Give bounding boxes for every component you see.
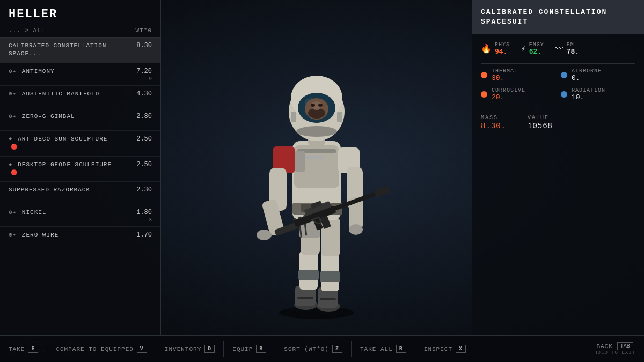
phys-label: PHYS: [495, 42, 510, 48]
stolen-badge: 🔴: [11, 169, 18, 177]
item-name: ⚙✦ ZERO-G GIMBAL: [9, 113, 75, 121]
item-weight: 2.50: [136, 135, 152, 143]
item-name: ⚙✦ ANTIMONY: [9, 68, 55, 76]
action-label: TAKE ALL: [360, 346, 393, 352]
mass-label: MASS: [481, 115, 506, 121]
item-count: 9: [148, 76, 152, 82]
action-key: E: [28, 345, 38, 353]
item-name: SUPPRESSED RAZORBACK: [9, 186, 90, 194]
action-key: X: [456, 345, 466, 353]
breadcrumb-path: ... > ALL: [9, 27, 45, 34]
list-item[interactable]: ⚙✦ ANTIMONY 7.20 9: [0, 63, 160, 86]
action-item[interactable]: INVENTORY D: [156, 336, 223, 362]
right-panel: CALIBRATED CONSTELLATION SPACESUIT 🔥 PHY…: [472, 0, 644, 335]
list-item[interactable]: ⚙✦ NICKEL 1.80 3: [0, 204, 160, 227]
npc-name: HELLER: [0, 0, 160, 25]
item-weight: 1.70: [136, 231, 152, 239]
list-item[interactable]: CALIBRATED CONSTELLATION SPACE... 8.30: [0, 38, 160, 63]
list-item[interactable]: ● DESKTOP GEODE SCULPTURE🔴 2.50: [0, 157, 160, 182]
back-button[interactable]: BACK TAB HOLD TO EXIT: [586, 336, 644, 362]
corrosive-cell: CORROSIVE 20.: [481, 87, 555, 101]
thermal-cell: THERMAL 30.: [481, 68, 555, 82]
action-label: INSPECT: [424, 346, 452, 352]
back-label: BACK: [596, 343, 612, 350]
item-weight: 7.20: [136, 68, 152, 75]
action-key: B: [256, 345, 266, 353]
action-key: R: [396, 345, 406, 353]
action-label: EQUIP: [232, 346, 253, 352]
item-title: CALIBRATED CONSTELLATION SPACESUIT: [481, 8, 635, 27]
airborne-dot: [561, 72, 567, 78]
left-panel: HELLER ... > ALL WT*0 CALIBRATED CONSTEL…: [0, 0, 161, 362]
item-icon: ⚙✦: [9, 209, 21, 216]
action-label: TAKE: [9, 346, 25, 352]
action-item[interactable]: COMPARE TO EQUIPPED V: [47, 336, 155, 362]
svg-rect-56: [337, 112, 342, 122]
item-icon: ⚙✦: [9, 113, 21, 120]
list-item[interactable]: ⚙✦ ZERO-G GIMBAL 2.80: [0, 108, 160, 131]
radiation-value: 10.: [572, 93, 605, 101]
item-weight: 4.30: [136, 90, 152, 98]
value-section: VALUE 10568: [528, 115, 553, 130]
corrosive-value: 20.: [492, 93, 525, 101]
weight-header: WT*0: [136, 27, 152, 34]
svg-point-52: [311, 104, 315, 107]
radiation-label: RADIATION: [572, 87, 605, 93]
action-item[interactable]: TAKE ALL R: [352, 336, 415, 362]
svg-point-26: [257, 230, 272, 240]
item-icon: ⚙✦: [9, 91, 21, 97]
mass-value: 8.30.: [481, 122, 506, 130]
thermal-value: 30.: [492, 74, 518, 82]
svg-rect-33: [374, 185, 391, 197]
list-item[interactable]: SUPPRESSED RAZORBACK 2.30: [0, 182, 160, 204]
radiation-dot: [561, 91, 567, 98]
svg-point-0: [279, 306, 354, 319]
item-icon: ⚙✦: [9, 68, 21, 75]
action-label: COMPARE TO EQUIPPED: [56, 346, 133, 352]
em-label: EM: [567, 42, 579, 48]
list-item[interactable]: ⚙✦ ZERO WIRE 1.70: [0, 227, 160, 249]
item-name: CALIBRATED CONSTELLATION SPACE...: [9, 42, 116, 58]
airborne-cell: AIRBORNE 0.: [561, 68, 635, 82]
item-weight: 2.30: [136, 186, 152, 194]
breadcrumb-row: ... > ALL WT*0: [0, 25, 160, 38]
item-name: ● ART DECO SUN SCULPTURE🔴: [9, 135, 116, 152]
radiation-cell: RADIATION 10.: [561, 87, 635, 101]
svg-rect-57: [295, 151, 305, 172]
item-icon: ●: [9, 136, 17, 142]
svg-point-54: [296, 126, 337, 137]
engy-label: ENGY: [529, 42, 544, 48]
corrosive-label: CORROSIVE: [492, 87, 525, 93]
action-key: V: [137, 345, 147, 353]
item-name: ⚙✦ AUSTENITIC MANIFOLD: [9, 90, 99, 98]
resist-row: 🔥 PHYS 94. ⚡ ENGY 62. 〰 EM 78.: [481, 42, 635, 56]
action-item[interactable]: INSPECT X: [415, 336, 474, 362]
action-key: Z: [332, 345, 342, 353]
svg-rect-55: [291, 112, 296, 122]
back-key: TAB: [617, 342, 633, 350]
action-item[interactable]: EQUIP B: [224, 336, 275, 362]
detail-grid: THERMAL 30. AIRBORNE 0. CORROSIVE 20.: [481, 68, 635, 101]
phys-value: 94.: [495, 48, 510, 56]
stolen-badge: 🔴: [11, 144, 18, 151]
svg-rect-9: [298, 270, 319, 280]
item-weight: 8.30: [136, 42, 152, 49]
svg-rect-6: [320, 298, 336, 300]
item-count: 3: [148, 217, 152, 223]
item-name: ● DESKTOP GEODE SCULPTURE🔴: [9, 161, 116, 178]
list-item[interactable]: ● ART DECO SUN SCULPTURE🔴 2.50: [0, 131, 160, 157]
action-item[interactable]: TAKE E: [0, 336, 47, 362]
action-item[interactable]: SORT (WT*0) Z: [275, 336, 351, 362]
action-label: INVENTORY: [165, 346, 201, 352]
engy-stat: ⚡ ENGY 62.: [521, 42, 544, 56]
em-stat: 〰 EM 78.: [555, 42, 579, 56]
item-icon: ●: [9, 161, 17, 168]
svg-rect-10: [320, 271, 340, 282]
engy-value: 62.: [529, 48, 544, 56]
character-display: [161, 0, 472, 335]
corrosive-dot: [481, 91, 487, 98]
mass-section: MASS 8.30.: [481, 115, 506, 130]
svg-rect-5: [297, 297, 313, 299]
em-icon: 〰: [555, 44, 564, 54]
list-item[interactable]: ⚙✦ AUSTENITIC MANIFOLD 4.30: [0, 86, 160, 108]
